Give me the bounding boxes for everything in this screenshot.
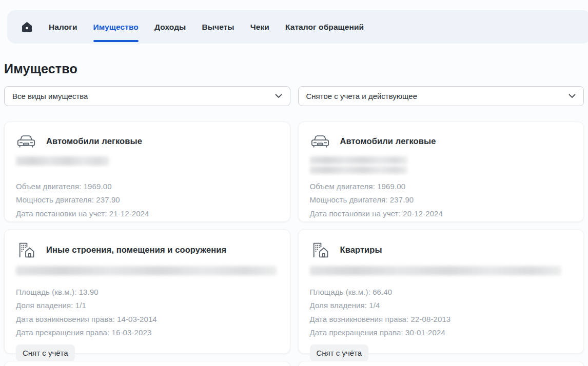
property-card[interactable]: Автомобили легковые Объем двигателя: 196…	[4, 121, 290, 222]
property-type-select[interactable]: Все виды имущества	[4, 86, 290, 106]
tab-dokhody[interactable]: Доходы	[154, 10, 186, 44]
tab-katalog-obrashcheniy[interactable]: Каталог обращений	[285, 10, 364, 44]
detail-line: Дата прекращения права: 16-03-2023	[16, 328, 279, 337]
page-title: Имущество	[4, 62, 77, 76]
tab-cheki[interactable]: Чеки	[250, 10, 269, 44]
card-header: Автомобили легковые	[310, 133, 573, 149]
property-card[interactable]: Автомобили легковые Объем двигателя: 196…	[298, 121, 584, 222]
card-title: Автомобили легковые	[46, 136, 142, 146]
redacted-text	[310, 266, 573, 282]
card-header: Квартиры	[310, 241, 573, 258]
detail-line: Площадь (кв.м.): 66.40	[310, 288, 573, 296]
card-header: Иные строения, помещения и сооружения	[16, 241, 279, 258]
detail-line: Мощность двигателя: 237.90	[310, 195, 573, 204]
tab-nalogi[interactable]: Налоги	[49, 10, 77, 44]
card-header: Автомобили легковые	[16, 133, 279, 149]
card-details: Объем двигателя: 1969.00Мощность двигате…	[16, 182, 279, 218]
card-title: Иные строения, помещения и сооружения	[46, 245, 226, 255]
detail-line: Дата возникновения права: 22-08-2013	[310, 315, 573, 323]
card-title: Квартиры	[340, 245, 382, 255]
tab-vychety[interactable]: Вычеты	[202, 10, 234, 44]
detail-line: Объем двигателя: 1969.00	[310, 182, 573, 191]
detail-line: Дата постановки на учет: 20-12-2024	[310, 209, 573, 218]
detail-line: Дата постановки на учет: 21-12-2024	[16, 209, 279, 218]
tab-imushchestvo[interactable]: Имущество	[93, 10, 139, 44]
chevron-down-icon	[275, 94, 282, 98]
status-badge: Снят с учёта	[310, 344, 369, 361]
detail-line: Дата возникновения права: 14-03-2014	[16, 315, 279, 323]
partial-card[interactable]	[4, 361, 290, 366]
status-badge: Снят с учёта	[16, 344, 75, 361]
card-details: Объем двигателя: 1969.00Мощность двигате…	[310, 182, 573, 218]
card-title: Автомобили легковые	[340, 136, 436, 146]
chevron-down-icon	[569, 94, 576, 98]
property-card[interactable]: Квартиры Площадь (кв.м.): 66.40Доля влад…	[298, 229, 584, 354]
card-details: Площадь (кв.м.): 13.90Доля владения: 1/1…	[16, 288, 279, 337]
detail-line: Объем двигателя: 1969.00	[16, 182, 279, 191]
cards-grid: Автомобили легковые Объем двигателя: 196…	[4, 121, 584, 366]
property-card[interactable]: Иные строения, помещения и сооружения Пл…	[4, 229, 290, 354]
building-icon	[310, 241, 330, 258]
car-icon	[16, 133, 36, 149]
detail-line: Доля владения: 1/4	[310, 301, 573, 310]
car-icon	[310, 133, 330, 149]
top-navbar: Налоги Имущество Доходы Вычеты Чеки Ката…	[7, 10, 588, 44]
detail-line: Дата прекращения права: 30-01-2024	[310, 328, 573, 337]
card-details: Площадь (кв.м.): 66.40Доля владения: 1/4…	[310, 288, 573, 337]
filters-row: Все виды имущества Снятое с учета и дейс…	[4, 86, 584, 106]
detail-line: Площадь (кв.м.): 13.90	[16, 288, 279, 296]
redacted-text	[16, 156, 279, 177]
status-select-value: Снятое с учета и действующее	[306, 92, 417, 100]
detail-line: Мощность двигателя: 237.90	[16, 195, 279, 204]
partial-card[interactable]	[298, 361, 584, 366]
status-select[interactable]: Снятое с учета и действующее	[298, 86, 584, 106]
redacted-text	[16, 266, 279, 282]
home-icon[interactable]	[20, 21, 33, 34]
detail-line: Доля владения: 1/1	[16, 301, 279, 310]
property-type-select-value: Все виды имущества	[12, 92, 88, 100]
building-icon	[16, 241, 36, 258]
redacted-text	[310, 156, 573, 177]
